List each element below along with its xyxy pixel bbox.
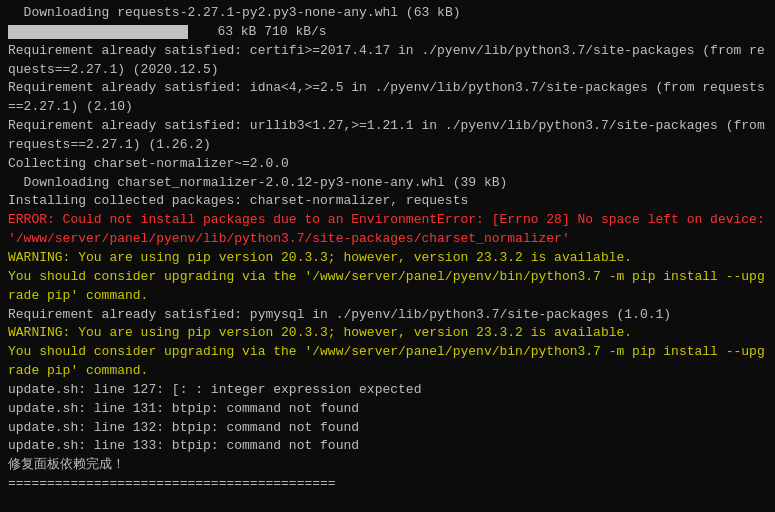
progress-bar-fill — [8, 25, 188, 39]
terminal-line: update.sh: line 133: btpip: command not … — [8, 437, 767, 456]
terminal-line: Installing collected packages: charset-n… — [8, 192, 767, 211]
terminal-line: ========================================… — [8, 475, 767, 494]
terminal-line: 修复面板依赖完成！ — [8, 456, 767, 475]
terminal-line: Requirement already satisfied: idna<4,>=… — [8, 79, 767, 117]
terminal-line: You should consider upgrading via the '/… — [8, 268, 767, 306]
terminal-line: WARNING: You are using pip version 20.3.… — [8, 249, 767, 268]
terminal-line: Downloading requests-2.27.1-py2.py3-none… — [8, 4, 767, 23]
terminal: Downloading requests-2.27.1-py2.py3-none… — [0, 0, 775, 512]
terminal-line: Collecting charset-normalizer~=2.0.0 — [8, 155, 767, 174]
terminal-line: Requirement already satisfied: certifi>=… — [8, 42, 767, 80]
terminal-line: update.sh: line 127: [: : integer expres… — [8, 381, 767, 400]
terminal-line: You should consider upgrading via the '/… — [8, 343, 767, 381]
terminal-line: update.sh: line 131: btpip: command not … — [8, 400, 767, 419]
terminal-line: Requirement already satisfied: pymysql i… — [8, 306, 767, 325]
terminal-line: update.sh: line 132: btpip: command not … — [8, 419, 767, 438]
progress-bar-container — [8, 25, 188, 39]
terminal-line: Requirement already satisfied: urllib3<1… — [8, 117, 767, 155]
terminal-line: WARNING: You are using pip version 20.3.… — [8, 324, 767, 343]
terminal-line: ERROR: Could not install packages due to… — [8, 211, 767, 249]
terminal-line: Downloading charset_normalizer-2.0.12-py… — [8, 174, 767, 193]
progress-bar-line: 63 kB 710 kB/s — [8, 23, 767, 42]
progress-label: 63 kB 710 kB/s — [194, 23, 327, 42]
